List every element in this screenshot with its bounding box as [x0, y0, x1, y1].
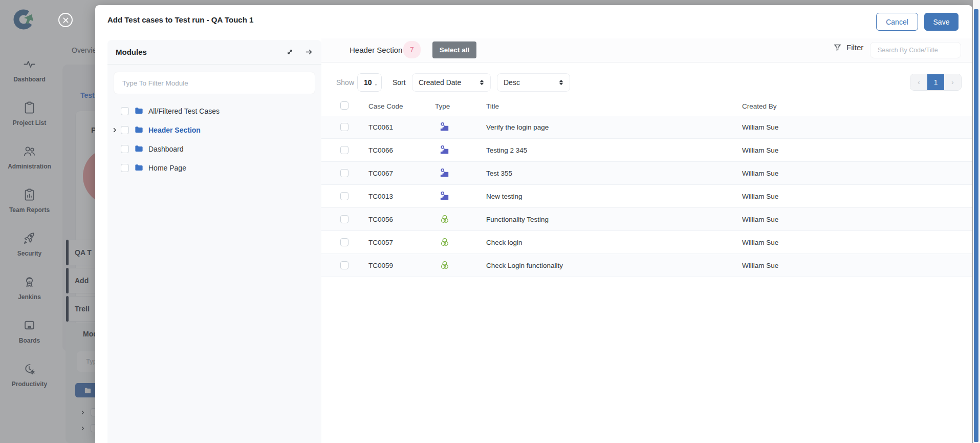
- created-by: William Sue: [742, 146, 778, 154]
- section-header: Header Section 7 Select all Filter: [321, 38, 972, 62]
- venn-icon: [439, 214, 450, 225]
- pagination-page-1[interactable]: 1: [927, 74, 944, 90]
- sort-field-select[interactable]: Created Date: [412, 73, 491, 92]
- row-checkbox[interactable]: [340, 215, 349, 223]
- count-badge: 7: [403, 41, 421, 58]
- row-checkbox[interactable]: [340, 123, 349, 131]
- venn-icon: [439, 260, 450, 271]
- tree-indent: [112, 146, 121, 152]
- filter-label[interactable]: Filter: [846, 43, 863, 52]
- testcases-content: Header Section 7 Select all Filter Show …: [321, 5, 972, 443]
- select-all-checkbox[interactable]: [340, 101, 349, 110]
- checkbox[interactable]: [121, 145, 129, 153]
- select-all-button[interactable]: Select all: [432, 41, 476, 58]
- dialog-title: Add Test cases to Test run - QA Touch 1: [107, 15, 253, 24]
- arrow-right-icon[interactable]: [304, 48, 313, 56]
- modules-panel: Modules All/Filtered Test CasesHeader Se…: [107, 40, 321, 443]
- row-checkbox[interactable]: [340, 261, 349, 269]
- sort-arrows-icon: [480, 79, 484, 86]
- tree-indent: [112, 165, 121, 171]
- module-item-all-filtered-test-cases[interactable]: All/Filtered Test Cases: [107, 101, 321, 120]
- sort-arrows-icon: [559, 79, 563, 86]
- list-controls: Show 10 Sort Created Date Desc: [321, 72, 972, 95]
- testcase-row-tc0013[interactable]: TC0013New testingWilliam Sue: [321, 185, 972, 208]
- sort-direction-select[interactable]: Desc: [497, 73, 570, 92]
- scrollbar-thumb[interactable]: [974, 9, 978, 442]
- testcase-row-tc0059[interactable]: TC0059Check Login functionalityWilliam S…: [321, 254, 972, 277]
- row-checkbox[interactable]: [340, 169, 349, 177]
- case-code: TC0059: [368, 262, 393, 269]
- venn-icon: [439, 237, 450, 248]
- checkbox[interactable]: [121, 107, 129, 115]
- magnifier-steps-icon: [439, 121, 450, 133]
- pagination-next-button[interactable]: ›: [944, 74, 961, 90]
- testcase-row-tc0066[interactable]: TC0066Testing 2 345William Sue: [321, 139, 972, 162]
- column-header-type[interactable]: Type: [435, 102, 450, 110]
- module-item-home-page[interactable]: Home Page: [107, 158, 321, 177]
- scrollbar[interactable]: [973, 0, 980, 443]
- testcase-row-tc0061[interactable]: TC0061Verify the login pageWilliam Sue: [321, 116, 972, 139]
- add-testcases-dialog: Add Test cases to Test run - QA Touch 1 …: [95, 5, 972, 443]
- magnifier-steps-icon: [439, 144, 450, 156]
- testcase-row-tc0067[interactable]: TC0067Test 355William Sue: [321, 162, 972, 185]
- sort-direction-value: Desc: [504, 78, 520, 87]
- column-header-created-by[interactable]: Created By: [742, 102, 777, 110]
- folder-icon: [134, 163, 144, 173]
- chevron-right-icon[interactable]: [112, 127, 121, 133]
- checkbox[interactable]: [121, 164, 129, 172]
- case-title: Check login: [486, 239, 522, 246]
- folder-icon: [134, 106, 144, 116]
- case-code: TC0013: [368, 193, 393, 200]
- row-checkbox[interactable]: [340, 192, 349, 200]
- module-item-label: Home Page: [148, 164, 186, 172]
- show-select[interactable]: 10: [357, 73, 382, 92]
- module-item-dashboard[interactable]: Dashboard: [107, 139, 321, 158]
- created-by: William Sue: [742, 170, 778, 177]
- created-by: William Sue: [742, 123, 778, 131]
- created-by: William Sue: [742, 193, 778, 200]
- search-input[interactable]: [870, 42, 961, 58]
- expand-icon[interactable]: [286, 48, 294, 56]
- case-code: TC0057: [368, 239, 393, 246]
- chevron-down-icon: [375, 80, 377, 86]
- pagination-prev-button[interactable]: ‹: [910, 74, 927, 90]
- created-by: William Sue: [742, 262, 778, 269]
- testcase-row-tc0056[interactable]: TC0056Functionality TestingWilliam Sue: [321, 208, 972, 231]
- case-title: Check Login functionality: [486, 262, 563, 269]
- module-item-label: All/Filtered Test Cases: [148, 107, 220, 115]
- sort-field-value: Created Date: [419, 78, 461, 87]
- case-title: Testing 2 345: [486, 146, 527, 154]
- case-code: TC0067: [368, 170, 393, 177]
- magnifier-steps-icon: [439, 167, 450, 179]
- case-code: TC0061: [368, 123, 393, 131]
- row-checkbox[interactable]: [340, 146, 349, 154]
- case-title: New testing: [486, 193, 522, 200]
- filter-icon[interactable]: [833, 43, 842, 52]
- testcase-table: TC0061Verify the login pageWilliam SueTC…: [321, 116, 972, 277]
- case-title: Test 355: [486, 170, 512, 177]
- module-item-label: Dashboard: [148, 145, 184, 153]
- table-header-row: Case Code Type Title Created By: [321, 97, 972, 116]
- module-item-header-section[interactable]: Header Section: [107, 120, 321, 139]
- folder-icon: [134, 125, 144, 135]
- section-title: Header Section: [350, 46, 402, 54]
- row-checkbox[interactable]: [340, 238, 349, 246]
- show-label: Show: [336, 78, 354, 87]
- show-value: 10: [364, 78, 372, 87]
- column-header-case-code[interactable]: Case Code: [368, 102, 403, 110]
- created-by: William Sue: [742, 239, 778, 246]
- case-code: TC0056: [368, 216, 393, 223]
- modules-panel-title: Modules: [116, 48, 275, 56]
- created-by: William Sue: [742, 216, 778, 223]
- column-header-title[interactable]: Title: [486, 102, 499, 110]
- module-item-label: Header Section: [148, 126, 201, 134]
- sort-label: Sort: [393, 78, 406, 87]
- close-icon[interactable]: [58, 13, 73, 27]
- module-filter-input[interactable]: [114, 72, 315, 94]
- pagination: ‹ 1 ›: [910, 74, 962, 91]
- case-title: Functionality Testing: [486, 216, 549, 223]
- case-title: Verify the login page: [486, 123, 549, 131]
- checkbox[interactable]: [121, 126, 129, 134]
- testcase-row-tc0057[interactable]: TC0057Check loginWilliam Sue: [321, 231, 972, 254]
- module-tree: All/Filtered Test CasesHeader SectionDas…: [107, 101, 321, 177]
